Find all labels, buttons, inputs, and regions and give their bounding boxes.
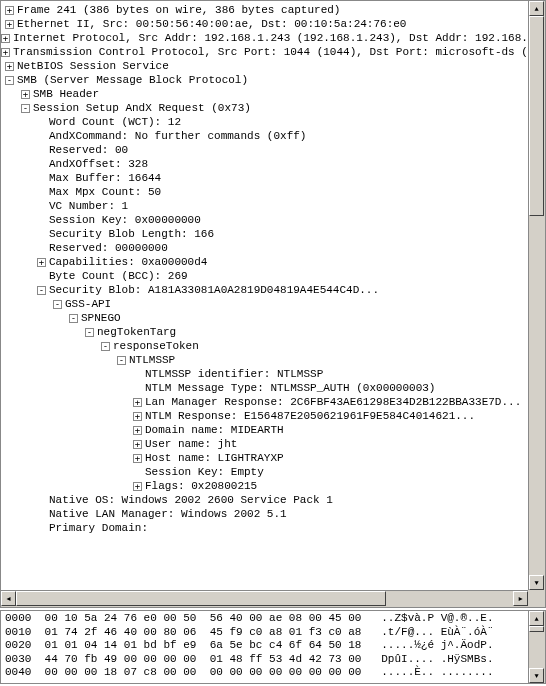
tree-row[interactable]: Max Mpx Count: 50 — [1, 185, 528, 199]
tree-row[interactable]: NTLM Message Type: NTLMSSP_AUTH (0x00000… — [1, 381, 528, 395]
tree-label: User name: jht — [145, 437, 237, 451]
expand-icon[interactable]: + — [37, 258, 46, 267]
packet-details-pane: +Frame 241 (386 bytes on wire, 386 bytes… — [0, 0, 546, 608]
scrollbar-corner — [528, 590, 545, 607]
tree-label: SMB Header — [33, 87, 99, 101]
hex-scroll-up-button[interactable]: ▲ — [529, 611, 544, 626]
tree-row[interactable]: AndXOffset: 328 — [1, 157, 528, 171]
tree-row[interactable]: +SMB Header — [1, 87, 528, 101]
expand-icon[interactable]: + — [133, 440, 142, 449]
tree-row[interactable]: AndXCommand: No further commands (0xff) — [1, 129, 528, 143]
tree-label: Frame 241 (386 bytes on wire, 386 bytes … — [17, 3, 340, 17]
tree-row[interactable]: +Flags: 0x20800215 — [1, 479, 528, 493]
horizontal-scrollbar[interactable]: ◄ ► — [1, 590, 528, 607]
tree-label: Session Setup AndX Request (0x73) — [33, 101, 251, 115]
hex-scroll-thumb-vertical[interactable] — [529, 626, 544, 632]
tree-row[interactable]: -responseToken — [1, 339, 528, 353]
tree-label: NTLM Message Type: NTLMSSP_AUTH (0x00000… — [145, 381, 435, 395]
tree-row[interactable]: Session Key: 0x00000000 — [1, 213, 528, 227]
expand-icon[interactable]: + — [133, 426, 142, 435]
tree-label: NTLMSSP identifier: NTLMSSP — [145, 367, 323, 381]
scroll-left-button[interactable]: ◄ — [1, 591, 16, 606]
tree-row[interactable]: +Ethernet II, Src: 00:50:56:40:00:ae, Ds… — [1, 17, 528, 31]
tree-row[interactable]: Reserved: 00 — [1, 143, 528, 157]
tree-row[interactable]: -negTokenTarg — [1, 325, 528, 339]
tree-row[interactable]: +NetBIOS Session Service — [1, 59, 528, 73]
tree-label: Session Key: Empty — [145, 465, 264, 479]
tree-row[interactable]: Max Buffer: 16644 — [1, 171, 528, 185]
tree-label: AndXOffset: 328 — [49, 157, 148, 171]
hex-row[interactable]: 0000 00 10 5a 24 76 e0 00 50 56 40 00 ae… — [5, 612, 524, 626]
tree-row[interactable]: NTLMSSP identifier: NTLMSSP — [1, 367, 528, 381]
tree-label: Native LAN Manager: Windows 2002 5.1 — [49, 507, 287, 521]
tree-row[interactable]: +User name: jht — [1, 437, 528, 451]
hex-row[interactable]: 0040 00 00 00 18 07 c8 00 00 00 00 00 00… — [5, 666, 524, 680]
tree-row[interactable]: +Host name: LIGHTRAYXP — [1, 451, 528, 465]
scroll-down-button[interactable]: ▼ — [529, 575, 544, 590]
hex-row[interactable]: 0030 44 70 fb 49 00 00 00 00 01 48 ff 53… — [5, 653, 524, 667]
tree-row[interactable]: -GSS-API — [1, 297, 528, 311]
tree-row[interactable]: +Lan Manager Response: 2C6FBF43AE61298E3… — [1, 395, 528, 409]
tree-row[interactable]: +NTLM Response: E156487E2050621961F9E584… — [1, 409, 528, 423]
tree-label: VC Number: 1 — [49, 199, 128, 213]
vertical-scrollbar[interactable]: ▲ ▼ — [528, 1, 545, 590]
collapse-icon[interactable]: - — [21, 104, 30, 113]
collapse-icon[interactable]: - — [69, 314, 78, 323]
expand-icon[interactable]: + — [1, 34, 10, 43]
tree-label: Reserved: 00 — [49, 143, 128, 157]
tree-row[interactable]: Native LAN Manager: Windows 2002 5.1 — [1, 507, 528, 521]
tree-row[interactable]: -NTLMSSP — [1, 353, 528, 367]
tree-label: Reserved: 00000000 — [49, 241, 168, 255]
expand-icon[interactable]: + — [21, 90, 30, 99]
tree-row[interactable]: +Capabilities: 0xa00000d4 — [1, 255, 528, 269]
tree-row[interactable]: Security Blob Length: 166 — [1, 227, 528, 241]
tree-row[interactable]: Reserved: 00000000 — [1, 241, 528, 255]
collapse-icon[interactable]: - — [101, 342, 110, 351]
collapse-icon[interactable]: - — [117, 356, 126, 365]
scroll-right-button[interactable]: ► — [513, 591, 528, 606]
tree-row[interactable]: +Internet Protocol, Src Addr: 192.168.1.… — [1, 31, 528, 45]
tree-label: Primary Domain: — [49, 521, 148, 535]
tree-row[interactable]: +Transmission Control Protocol, Src Port… — [1, 45, 528, 59]
tree-label: Capabilities: 0xa00000d4 — [49, 255, 207, 269]
tree-row[interactable]: -SMB (Server Message Block Protocol) — [1, 73, 528, 87]
tree-label: Internet Protocol, Src Addr: 192.168.1.2… — [13, 31, 528, 45]
expand-icon[interactable]: + — [5, 6, 14, 15]
tree-label: Max Mpx Count: 50 — [49, 185, 161, 199]
collapse-icon[interactable]: - — [5, 76, 14, 85]
collapse-icon[interactable]: - — [85, 328, 94, 337]
scroll-thumb-horizontal[interactable] — [16, 591, 386, 606]
hex-row[interactable]: 0010 01 74 2f 46 40 00 80 06 45 f9 c0 a8… — [5, 626, 524, 640]
tree-row[interactable]: VC Number: 1 — [1, 199, 528, 213]
tree-row[interactable]: -SPNEGO — [1, 311, 528, 325]
tree-row[interactable]: -Session Setup AndX Request (0x73) — [1, 101, 528, 115]
hex-row[interactable]: 0020 01 01 04 14 01 bd bf e9 6a 5e bc c4… — [5, 639, 524, 653]
hex-vertical-scrollbar[interactable]: ▲ ▼ — [528, 611, 545, 683]
expand-icon[interactable]: + — [133, 454, 142, 463]
expand-icon[interactable]: + — [133, 398, 142, 407]
tree-label: AndXCommand: No further commands (0xff) — [49, 129, 306, 143]
tree-label: NTLM Response: E156487E2050621961F9E584C… — [145, 409, 475, 423]
expand-icon[interactable]: + — [5, 62, 14, 71]
expand-icon[interactable]: + — [1, 48, 10, 57]
tree-row[interactable]: Primary Domain: — [1, 521, 528, 535]
tree-row[interactable]: +Domain name: MIDEARTH — [1, 423, 528, 437]
tree-row[interactable]: Byte Count (BCC): 269 — [1, 269, 528, 283]
scroll-up-button[interactable]: ▲ — [529, 1, 544, 16]
scroll-thumb-vertical[interactable] — [529, 16, 544, 216]
tree-row[interactable]: -Security Blob: A181A33081A0A2819D04819A… — [1, 283, 528, 297]
hex-dump[interactable]: 0000 00 10 5a 24 76 e0 00 50 56 40 00 ae… — [1, 611, 528, 683]
tree-row[interactable]: Native OS: Windows 2002 2600 Service Pac… — [1, 493, 528, 507]
tree-label: responseToken — [113, 339, 199, 353]
collapse-icon[interactable]: - — [37, 286, 46, 295]
expand-icon[interactable]: + — [133, 412, 142, 421]
tree-row[interactable]: +Frame 241 (386 bytes on wire, 386 bytes… — [1, 3, 528, 17]
tree-row[interactable]: Word Count (WCT): 12 — [1, 115, 528, 129]
tree-label: negTokenTarg — [97, 325, 176, 339]
collapse-icon[interactable]: - — [53, 300, 62, 309]
tree-row[interactable]: Session Key: Empty — [1, 465, 528, 479]
packet-tree[interactable]: +Frame 241 (386 bytes on wire, 386 bytes… — [1, 1, 528, 590]
expand-icon[interactable]: + — [133, 482, 142, 491]
expand-icon[interactable]: + — [5, 20, 14, 29]
hex-scroll-down-button[interactable]: ▼ — [529, 668, 544, 683]
